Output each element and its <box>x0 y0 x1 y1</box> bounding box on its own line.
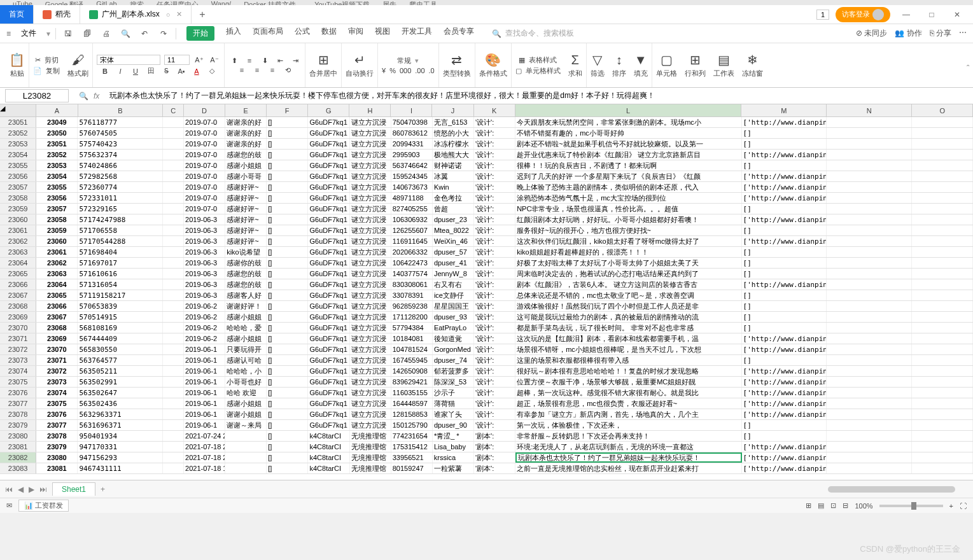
cell[interactable]: k4C8tarCI <box>308 431 349 441</box>
cell[interactable]: kiko姐姐超好看超棒超好的，很漂亮！！！ <box>515 247 741 257</box>
cell[interactable] <box>912 193 973 203</box>
cell[interactable]: [] <box>742 139 827 149</box>
cell[interactable]: 140377574 <box>391 269 433 279</box>
cell[interactable] <box>827 463 912 473</box>
cell[interactable] <box>827 171 912 181</box>
cell[interactable]: 23068 <box>36 323 78 333</box>
cell[interactable]: 谜立方沉浸 <box>350 160 391 171</box>
cell[interactable] <box>163 214 184 225</box>
cell[interactable]: G6uDF7kq1 <box>308 398 349 409</box>
cell[interactable]: 33956521 <box>391 452 433 463</box>
sheet-nav-last[interactable]: ⏭ <box>39 485 47 494</box>
cell[interactable]: '设计': <box>474 279 515 290</box>
cell[interactable]: '设计': <box>474 398 515 409</box>
cell[interactable] <box>827 247 912 257</box>
cell[interactable]: kiko说希望 <box>225 247 267 257</box>
align-left-icon[interactable]: ≡ <box>236 66 248 74</box>
cell[interactable] <box>163 366 184 376</box>
cell[interactable]: 2019-06-1 <box>184 398 225 409</box>
cell[interactable]: 感谢好评~ <box>225 236 267 246</box>
cell[interactable]: [] <box>742 312 827 322</box>
cell[interactable]: 沙示子 <box>433 388 474 398</box>
maximize-button[interactable]: □ <box>922 10 941 19</box>
bookmark-item[interactable]: 任务调度中心 <box>157 0 199 5</box>
cell[interactable]: dpuser_74 <box>433 355 474 365</box>
col-header-O[interactable]: O <box>912 104 973 116</box>
cell[interactable]: 2019-07-0 <box>184 193 225 203</box>
tab-daoker[interactable]: 稻壳 <box>34 5 80 24</box>
row-header[interactable]: 23057 <box>0 182 36 192</box>
cell[interactable]: 159524345 <box>391 171 433 181</box>
cell[interactable] <box>163 128 184 138</box>
cell[interactable]: '设计': <box>474 258 515 268</box>
cell[interactable]: G6uDF7kq1 <box>308 236 349 246</box>
cell[interactable]: 场景很不错呀，mc小姐姐也很棒呢，是当天不过几，下次想 <box>515 344 741 354</box>
view-normal-icon[interactable]: ⊞ <box>806 501 811 510</box>
cell[interactable]: 感谢好评~ <box>225 214 267 225</box>
cell[interactable]: 57119158217 <box>78 290 163 300</box>
cell[interactable] <box>163 279 184 290</box>
cancel-fx-icon[interactable]: 🔍 <box>79 92 88 101</box>
copy-icon[interactable]: 📄 <box>33 67 42 75</box>
cell[interactable]: ['http://www.dianping.com/photos <box>742 279 827 290</box>
cell[interactable]: 第一次玩，体验极佳，下次还来， <box>515 420 741 430</box>
cell[interactable]: 非常舒服～反转奶思！下次还会再来支持！ <box>515 431 741 441</box>
col-header-A[interactable]: A <box>36 104 78 116</box>
cell[interactable]: *青涩_ * <box>433 431 474 441</box>
cell[interactable]: 感谢客人好 <box>225 290 267 300</box>
cell[interactable]: 23050 <box>36 128 78 138</box>
select-all-corner[interactable]: ◢ <box>0 104 36 116</box>
cell[interactable]: 无言_6153 <box>433 117 474 127</box>
zoom-in-icon[interactable]: + <box>949 502 953 510</box>
cell[interactable]: 2019-06-3 <box>184 290 225 300</box>
cell[interactable]: G6uDF7kq1 <box>308 193 349 203</box>
cell[interactable]: [] <box>267 128 308 138</box>
cell[interactable] <box>163 377 184 387</box>
cell[interactable]: '设计': <box>474 247 515 257</box>
cell[interactable]: [] <box>267 388 308 398</box>
cell[interactable] <box>912 171 973 181</box>
cell[interactable]: [] <box>742 160 827 171</box>
cell[interactable] <box>163 344 184 354</box>
cell[interactable]: '设计': <box>474 420 515 430</box>
cell[interactable] <box>912 398 973 409</box>
cell[interactable] <box>827 150 912 160</box>
share-button[interactable]: ⎘ 分享 <box>930 28 951 39</box>
cell[interactable]: '设计': <box>474 377 515 387</box>
cell[interactable] <box>827 398 912 409</box>
cell[interactable]: 感谢好评~ <box>225 182 267 192</box>
inc-decimal-icon[interactable]: .00 <box>415 67 424 74</box>
view-page-icon[interactable]: ▤ <box>818 501 824 510</box>
cell[interactable]: 774231654 <box>391 431 433 441</box>
cell[interactable]: ice文静仔 <box>433 290 474 300</box>
cell[interactable]: 谜立方沉浸 <box>350 279 391 290</box>
cell[interactable]: 迟到了几天的好评 一个多星期下来玩了《良辰吉日》《红颜 <box>515 171 741 181</box>
cell[interactable]: 星星国国王 <box>433 301 474 311</box>
row-header[interactable]: 23055 <box>0 160 36 171</box>
col-header-L[interactable]: L <box>515 104 742 116</box>
cell[interactable]: '设计': <box>474 117 515 127</box>
cell[interactable]: '设计': <box>474 236 515 246</box>
tab-spreadsheet[interactable]: 广州_剧本杀.xlsx○✕ <box>80 5 192 24</box>
border-icon[interactable]: 田 <box>145 66 157 76</box>
cell[interactable]: 2019-06-1 <box>184 366 225 376</box>
menu-tab-审阅[interactable]: 审阅 <box>348 26 363 41</box>
bookmark-item[interactable]: GitLab <box>96 0 116 5</box>
cell[interactable]: 150125790 <box>391 420 433 430</box>
cell[interactable] <box>163 150 184 160</box>
cell[interactable] <box>163 269 184 279</box>
row-header[interactable]: 23051 <box>0 117 36 127</box>
tab-add[interactable]: + <box>192 5 213 24</box>
cell[interactable]: 2019-06-1 <box>184 388 225 398</box>
cell[interactable] <box>912 258 973 268</box>
cell[interactable]: 23069 <box>36 333 78 344</box>
cell[interactable]: [] <box>267 420 308 430</box>
cell[interactable]: '设计': <box>474 312 515 322</box>
spreadsheet-grid[interactable]: ◢ ABCDEFGHIJKLMNO 2305123049576118777201… <box>0 104 973 480</box>
cell[interactable]: 104781524 <box>391 344 433 354</box>
fill-icon[interactable]: ▼ <box>634 53 647 67</box>
menu-tab-数据[interactable]: 数据 <box>321 26 337 41</box>
cell[interactable]: 感谢好评~ <box>225 193 267 203</box>
row-header[interactable]: 23060 <box>0 214 36 225</box>
cell[interactable]: 愤怒的小大 <box>433 128 474 138</box>
